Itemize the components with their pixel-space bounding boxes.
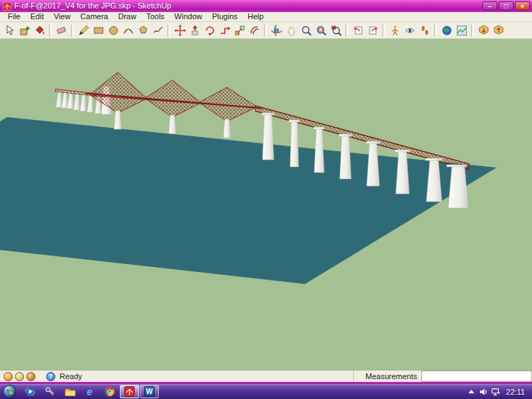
freehand-tool-button[interactable] bbox=[150, 23, 165, 38]
taskbar-media-player-button[interactable] bbox=[21, 385, 40, 398]
menu-draw[interactable]: Draw bbox=[113, 12, 141, 21]
close-button[interactable]: × bbox=[515, 1, 530, 11]
make-component-tool-button[interactable] bbox=[17, 23, 32, 38]
cursor-arrow-icon bbox=[4, 24, 16, 37]
desktop: F-of-F@2017_V4 for the JPG.skp - SketchU… bbox=[0, 0, 532, 399]
zoom-tool-button[interactable] bbox=[299, 23, 314, 38]
scale-icon bbox=[233, 24, 246, 37]
share-models-button[interactable] bbox=[491, 23, 506, 38]
walk-tool-button[interactable] bbox=[417, 23, 432, 38]
chrome-icon bbox=[104, 386, 115, 397]
maximize-button[interactable]: □ bbox=[499, 1, 514, 11]
get-models-button[interactable] bbox=[476, 23, 491, 38]
pencil-icon bbox=[77, 24, 90, 37]
status-text: Ready bbox=[60, 372, 82, 381]
taskbar: e W bbox=[0, 384, 532, 399]
menu-camera[interactable]: Camera bbox=[75, 12, 113, 21]
keys-icon bbox=[45, 386, 55, 397]
taskbar-word-button[interactable]: W bbox=[140, 385, 159, 398]
menu-edit[interactable]: Edit bbox=[26, 12, 49, 21]
measurements-area: Measurements bbox=[353, 371, 532, 382]
menu-window[interactable]: Window bbox=[170, 12, 207, 21]
line-tool-button[interactable] bbox=[76, 23, 91, 38]
position-camera-tool-button[interactable] bbox=[387, 23, 402, 38]
toggle-terrain-button[interactable] bbox=[454, 23, 469, 38]
circle-tool-button[interactable] bbox=[106, 23, 121, 38]
eraser-tool-button[interactable] bbox=[54, 23, 69, 38]
rectangle-icon bbox=[92, 24, 105, 37]
zoom-window-tool-button[interactable] bbox=[314, 23, 328, 38]
warehouse-download-icon bbox=[477, 24, 490, 37]
menu-file[interactable]: File bbox=[3, 12, 26, 21]
orbit-icon bbox=[270, 24, 283, 37]
menu-tools[interactable]: Tools bbox=[141, 12, 170, 21]
windows-flag-icon bbox=[6, 388, 13, 395]
rectangle-tool-button[interactable] bbox=[91, 23, 106, 38]
rotate-tool-button[interactable] bbox=[202, 23, 217, 38]
start-button[interactable] bbox=[3, 385, 16, 398]
arc-tool-button[interactable] bbox=[121, 23, 135, 38]
model-viewport[interactable] bbox=[0, 39, 532, 371]
get-current-view-button[interactable] bbox=[439, 23, 454, 38]
select-tool-button[interactable] bbox=[2, 23, 17, 38]
network-button[interactable] bbox=[489, 385, 501, 398]
zoom-extents-tool-button[interactable] bbox=[328, 23, 343, 38]
speaker-icon bbox=[479, 387, 489, 397]
status-circle-icon-2[interactable] bbox=[15, 372, 24, 381]
move-arrows-icon bbox=[174, 24, 187, 37]
next-view-icon bbox=[367, 24, 379, 37]
taskbar-explorer-button[interactable] bbox=[60, 385, 79, 398]
scene-canvas bbox=[0, 39, 532, 371]
magnifier-icon bbox=[300, 24, 313, 37]
show-hidden-icons-button[interactable] bbox=[465, 385, 477, 398]
paint-bucket-tool-button[interactable] bbox=[32, 23, 47, 38]
sketchup-icon bbox=[124, 386, 135, 397]
minimize-button[interactable]: – bbox=[482, 1, 497, 11]
hand-icon bbox=[285, 24, 298, 37]
menubar: File Edit View Camera Draw Tools Window … bbox=[0, 12, 532, 22]
window-titlebar[interactable]: F-of-F@2017_V4 for the JPG.skp - SketchU… bbox=[0, 0, 532, 12]
toolbar-separator bbox=[49, 24, 52, 37]
push-pull-tool-button[interactable] bbox=[187, 23, 202, 38]
look-around-tool-button[interactable] bbox=[402, 23, 417, 38]
terrain-icon bbox=[455, 24, 468, 37]
toolbar-separator bbox=[264, 24, 267, 37]
media-player-icon bbox=[25, 386, 35, 397]
follow-me-icon bbox=[218, 24, 231, 37]
status-circle-icon-1[interactable] bbox=[4, 372, 13, 381]
orbit-tool-button[interactable] bbox=[269, 23, 284, 38]
help-icon[interactable]: ? bbox=[46, 372, 55, 381]
taskbar-keys-button[interactable] bbox=[40, 385, 60, 398]
chevron-up-icon bbox=[468, 389, 475, 394]
toolbar-separator bbox=[167, 24, 170, 37]
statusbar: ? Ready Measurements bbox=[0, 371, 532, 384]
circle-icon bbox=[107, 24, 120, 37]
measurements-input[interactable] bbox=[421, 371, 532, 382]
taskbar-clock[interactable]: 22:11 bbox=[506, 388, 525, 396]
offset-tool-button[interactable] bbox=[247, 23, 262, 38]
arc-icon bbox=[122, 24, 135, 37]
footprints-icon bbox=[419, 24, 431, 37]
component-box-icon bbox=[18, 24, 31, 37]
follow-me-tool-button[interactable] bbox=[217, 23, 232, 38]
menu-view[interactable]: View bbox=[49, 12, 76, 21]
previous-view-button[interactable] bbox=[350, 23, 365, 38]
pan-tool-button[interactable] bbox=[284, 23, 299, 38]
taskbar-chrome-button[interactable] bbox=[100, 385, 119, 398]
rotate-icon bbox=[204, 24, 216, 37]
window-title: F-of-F@2017_V4 for the JPG.skp - SketchU… bbox=[14, 0, 481, 12]
taskbar-internet-explorer-button[interactable]: e bbox=[80, 385, 99, 398]
status-circle-icon-3[interactable] bbox=[26, 372, 35, 381]
menu-help[interactable]: Help bbox=[243, 12, 269, 21]
volume-button[interactable] bbox=[477, 385, 489, 398]
toolbar bbox=[0, 22, 532, 39]
taskbar-sketchup-button[interactable] bbox=[120, 385, 139, 398]
polygon-tool-button[interactable] bbox=[135, 23, 150, 38]
move-tool-button[interactable] bbox=[172, 23, 187, 38]
next-view-button[interactable] bbox=[365, 23, 380, 38]
toolbar-separator bbox=[71, 24, 74, 37]
paint-bucket-icon bbox=[33, 24, 46, 37]
menu-plugins[interactable]: Plugins bbox=[207, 12, 243, 21]
toolbar-separator bbox=[382, 24, 385, 37]
scale-tool-button[interactable] bbox=[232, 23, 247, 38]
